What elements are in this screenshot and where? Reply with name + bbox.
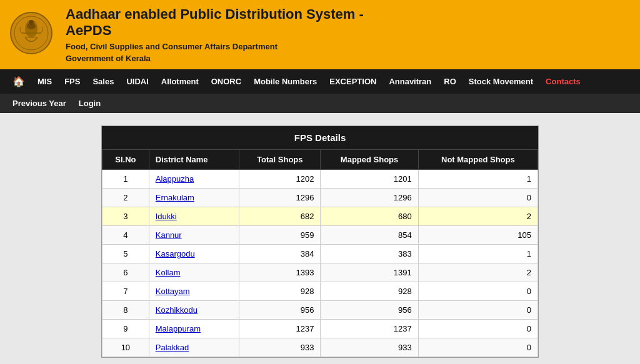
cell-slno: 9: [102, 319, 149, 338]
table-row: 2Ernakulam129612960: [102, 188, 538, 207]
cell-total-shops: 1296: [239, 188, 321, 207]
cell-mapped-shops: 956: [321, 300, 418, 319]
nav-mis[interactable]: MIS: [31, 71, 58, 92]
cell-total-shops: 384: [239, 244, 321, 263]
col-header-total-shops: Total Shops: [239, 149, 321, 169]
cell-slno: 2: [102, 188, 149, 207]
nav-home[interactable]: 🏠: [6, 69, 31, 94]
cell-slno: 3: [102, 207, 149, 225]
cell-total-shops: 933: [239, 338, 321, 357]
table-row: 5Kasargodu3843831: [102, 244, 538, 263]
app-subtitle-line1: Food, Civil Supplies and Consumer Affair…: [66, 42, 364, 51]
col-header-district: District Name: [149, 149, 239, 169]
cell-mapped-shops: 1296: [321, 188, 418, 207]
cell-slno: 7: [102, 282, 149, 300]
cell-mapped-shops: 854: [321, 225, 418, 244]
nav-login[interactable]: Login: [72, 94, 107, 113]
nav-ro[interactable]: RO: [438, 71, 462, 92]
cell-not-mapped-shops: 0: [418, 319, 538, 338]
cell-district-name[interactable]: Kollam: [149, 263, 239, 282]
cell-district-name[interactable]: Kozhikkodu: [149, 300, 239, 319]
header-text-block: Aadhaar enabled Public Distribution Syst…: [66, 6, 364, 63]
cell-district-name[interactable]: Ernakulam: [149, 188, 239, 207]
cell-not-mapped-shops: 1: [418, 244, 538, 263]
cell-district-name[interactable]: Palakkad: [149, 338, 239, 357]
fps-details-table-container: FPS Details Sl.No District Name Total Sh…: [101, 125, 539, 358]
cell-total-shops: 682: [239, 207, 321, 225]
nav-sales[interactable]: Sales: [86, 71, 120, 92]
main-navbar: 🏠 MIS FPS Sales UIDAI Allotment ONORC Mo…: [0, 69, 640, 94]
cell-mapped-shops: 928: [321, 282, 418, 300]
col-header-mapped-shops: Mapped Shops: [321, 149, 418, 169]
cell-total-shops: 928: [239, 282, 321, 300]
cell-slno: 6: [102, 263, 149, 282]
cell-slno: 1: [102, 169, 149, 188]
cell-total-shops: 1237: [239, 319, 321, 338]
cell-slno: 10: [102, 338, 149, 357]
cell-slno: 5: [102, 244, 149, 263]
cell-not-mapped-shops: 2: [418, 263, 538, 282]
cell-total-shops: 1393: [239, 263, 321, 282]
table-row: 7Kottayam9289280: [102, 282, 538, 300]
cell-total-shops: 959: [239, 225, 321, 244]
cell-district-name[interactable]: Kottayam: [149, 282, 239, 300]
secondary-navbar: Previous Year Login: [0, 94, 640, 113]
cell-not-mapped-shops: 0: [418, 282, 538, 300]
nav-allotment[interactable]: Allotment: [155, 71, 205, 92]
cell-not-mapped-shops: 105: [418, 225, 538, 244]
cell-not-mapped-shops: 1: [418, 169, 538, 188]
col-header-not-mapped-shops: Not Mapped Shops: [418, 149, 538, 169]
main-content: FPS Details Sl.No District Name Total Sh…: [0, 113, 640, 364]
cell-not-mapped-shops: 0: [418, 338, 538, 357]
cell-mapped-shops: 383: [321, 244, 418, 263]
nav-mobile-numbers[interactable]: Mobile Numbers: [248, 71, 323, 92]
kerala-emblem-icon: [9, 11, 53, 55]
cell-not-mapped-shops: 0: [418, 188, 538, 207]
nav-annavitran[interactable]: Annavitran: [382, 71, 438, 92]
col-header-slno: Sl.No: [102, 149, 149, 169]
nav-stock-movement[interactable]: Stock Movement: [462, 71, 539, 92]
page-header: Aadhaar enabled Public Distribution Syst…: [0, 0, 640, 69]
cell-slno: 4: [102, 225, 149, 244]
table-title: FPS Details: [102, 126, 538, 149]
app-title: Aadhaar enabled Public Distribution Syst…: [66, 6, 364, 39]
cell-mapped-shops: 1237: [321, 319, 418, 338]
table-row: 6Kollam139313912: [102, 263, 538, 282]
table-row: 10Palakkad9339330: [102, 338, 538, 357]
nav-previous-year[interactable]: Previous Year: [6, 94, 72, 113]
cell-not-mapped-shops: 2: [418, 207, 538, 225]
nav-exception[interactable]: EXCEPTION: [323, 71, 382, 92]
nav-onorc[interactable]: ONORC: [205, 71, 248, 92]
cell-mapped-shops: 680: [321, 207, 418, 225]
nav-uidai[interactable]: UIDAI: [120, 71, 154, 92]
cell-district-name[interactable]: Idukki: [149, 207, 239, 225]
fps-details-table: Sl.No District Name Total Shops Mapped S…: [102, 149, 538, 357]
logo-container: [9, 11, 56, 58]
cell-mapped-shops: 1391: [321, 263, 418, 282]
cell-district-name[interactable]: Alappuzha: [149, 169, 239, 188]
table-row: 3Idukki6826802: [102, 207, 538, 225]
table-header-row: Sl.No District Name Total Shops Mapped S…: [102, 149, 538, 169]
table-row: 1Alappuzha120212011: [102, 169, 538, 188]
cell-mapped-shops: 933: [321, 338, 418, 357]
cell-district-name[interactable]: Kannur: [149, 225, 239, 244]
nav-fps[interactable]: FPS: [58, 71, 86, 92]
cell-district-name[interactable]: Kasargodu: [149, 244, 239, 263]
nav-contacts[interactable]: Contacts: [539, 71, 587, 92]
cell-mapped-shops: 1201: [321, 169, 418, 188]
app-subtitle-line2: Government of Kerala: [66, 54, 364, 63]
cell-not-mapped-shops: 0: [418, 300, 538, 319]
svg-point-4: [29, 20, 34, 25]
table-row: 8Kozhikkodu9569560: [102, 300, 538, 319]
table-row: 9Malappuram123712370: [102, 319, 538, 338]
cell-district-name[interactable]: Malappuram: [149, 319, 239, 338]
table-row: 4Kannur959854105: [102, 225, 538, 244]
cell-slno: 8: [102, 300, 149, 319]
cell-total-shops: 956: [239, 300, 321, 319]
cell-total-shops: 1202: [239, 169, 321, 188]
